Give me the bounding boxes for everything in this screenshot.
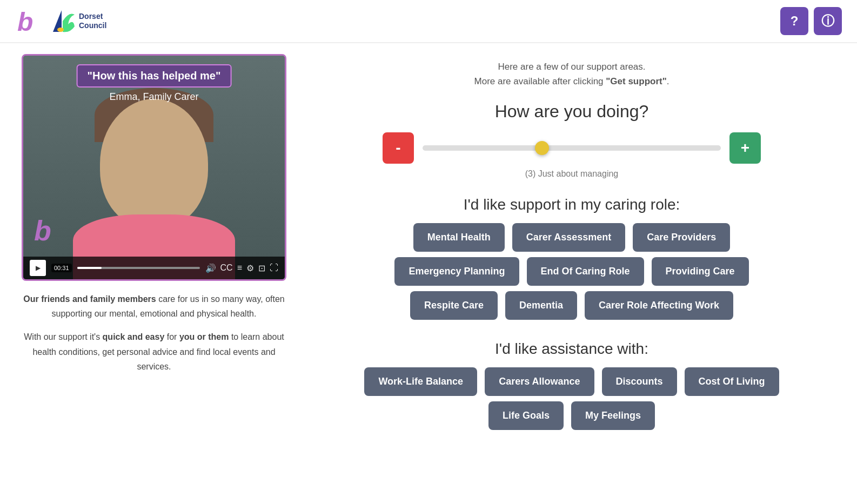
tag-life-goals[interactable]: Life Goals bbox=[488, 401, 564, 430]
tag-emergency-planning[interactable]: Emergency Planning bbox=[394, 257, 519, 286]
dorset-text: Dorset Council bbox=[79, 12, 106, 30]
assistance-title: I'd like assistance with: bbox=[350, 340, 793, 358]
header: b Dorset Council ? ⓘ bbox=[0, 0, 857, 43]
right-column: Here are a few of our support areas. Mor… bbox=[308, 54, 835, 451]
video-quote-overlay: "How this has helped me" bbox=[77, 64, 232, 88]
support-hint-line2: More are available after clicking "Get s… bbox=[474, 74, 669, 89]
video-progress-fill bbox=[77, 267, 102, 269]
description-middle2: for bbox=[164, 332, 179, 341]
support-hint-line1: Here are a few of our support areas. bbox=[474, 59, 669, 74]
slider-minus-button[interactable]: - bbox=[383, 132, 414, 164]
description-prefix2: With our support it's bbox=[24, 332, 102, 341]
tag-providing-care[interactable]: Providing Care bbox=[652, 257, 749, 286]
tag-care-providers[interactable]: Care Providers bbox=[633, 223, 730, 252]
slider-thumb bbox=[535, 141, 549, 155]
support-hint-text: Here are a few of our support areas. Mor… bbox=[474, 59, 669, 89]
tag-work-life-balance[interactable]: Work-Life Balance bbox=[364, 367, 477, 396]
description-bold1: Our friends and family members bbox=[23, 294, 156, 304]
dorset-council-logo: Dorset Council bbox=[52, 9, 106, 33]
support-hint-prefix: More are available after clicking bbox=[474, 76, 606, 86]
description-bold2a: quick and easy bbox=[103, 332, 165, 341]
description-para1: Our friends and family members care for … bbox=[22, 292, 286, 321]
wellbeing-slider-section: How are you doing? - + (3) Just about ma… bbox=[383, 102, 761, 179]
slider-track bbox=[423, 145, 721, 151]
caring-role-tags-row1: Mental Health Carer Assessment Care Prov… bbox=[350, 223, 793, 252]
transcript-icon[interactable]: ≡ bbox=[237, 263, 242, 273]
svg-text:b: b bbox=[17, 8, 33, 35]
slider-row: - + bbox=[383, 132, 761, 164]
tag-carers-allowance[interactable]: Carers Allowance bbox=[485, 367, 594, 396]
slider-title: How are you doing? bbox=[383, 102, 761, 122]
caring-role-section: I'd like support in my caring role: Ment… bbox=[350, 196, 793, 325]
tag-dementia[interactable]: Dementia bbox=[505, 291, 577, 320]
support-hint-link: "Get support" bbox=[606, 76, 666, 86]
tag-carer-assessment[interactable]: Carer Assessment bbox=[512, 223, 625, 252]
tag-discounts[interactable]: Discounts bbox=[602, 367, 677, 396]
tag-mental-health[interactable]: Mental Health bbox=[413, 223, 505, 252]
tag-my-feelings[interactable]: My Feelings bbox=[571, 401, 655, 430]
theater-icon[interactable]: ⊡ bbox=[258, 263, 265, 273]
fullscreen-icon[interactable]: ⛶ bbox=[270, 263, 278, 273]
header-actions: ? ⓘ bbox=[780, 7, 842, 35]
video-watermark: b bbox=[34, 214, 51, 247]
assistance-section: I'd like assistance with: Work-Life Bala… bbox=[350, 340, 793, 435]
help-button[interactable]: ? bbox=[780, 7, 808, 35]
slider-plus-button[interactable]: + bbox=[729, 132, 761, 164]
assistance-tags-row2: Life Goals My Feelings bbox=[350, 401, 793, 430]
caring-role-tags-row3: Respite Care Dementia Carer Role Affecti… bbox=[350, 291, 793, 320]
main-content: "How this has helped me" Emma, Family Ca… bbox=[0, 43, 857, 461]
cc-icon[interactable]: CC bbox=[220, 263, 233, 273]
support-hint-suffix: . bbox=[667, 76, 669, 86]
info-button[interactable]: ⓘ bbox=[814, 7, 842, 35]
person-face bbox=[100, 99, 208, 229]
slider-track-wrapper[interactable] bbox=[423, 132, 721, 164]
svg-point-3 bbox=[57, 28, 64, 32]
video-description: Our friends and family members care for … bbox=[22, 292, 286, 374]
slider-value-label: (3) Just about managing bbox=[383, 169, 761, 179]
video-progress-bar[interactable] bbox=[77, 267, 200, 269]
play-button[interactable]: ▶ bbox=[30, 260, 46, 276]
video-controls-bar: ▶ 00:31 🔊 CC ≡ ⚙ ⊡ ⛶ bbox=[23, 257, 285, 279]
caring-role-tags-row2: Emergency Planning End Of Caring Role Pr… bbox=[350, 257, 793, 286]
volume-icon[interactable]: 🔊 bbox=[205, 263, 216, 273]
tag-end-of-caring-role[interactable]: End Of Caring Role bbox=[527, 257, 644, 286]
video-control-icons: 🔊 CC ≡ ⚙ ⊡ ⛶ bbox=[205, 263, 278, 273]
header-logos: b Dorset Council bbox=[15, 7, 106, 35]
video-background bbox=[23, 56, 285, 279]
description-para2: With our support it's quick and easy for… bbox=[22, 330, 286, 374]
tag-carer-role-affecting-work[interactable]: Carer Role Affecting Work bbox=[585, 291, 733, 320]
video-container: "How this has helped me" Emma, Family Ca… bbox=[22, 54, 286, 281]
caring-role-title: I'd like support in my caring role: bbox=[350, 196, 793, 213]
description-bold2b: you or them bbox=[179, 332, 229, 341]
left-column: "How this has helped me" Emma, Family Ca… bbox=[22, 54, 286, 451]
video-time: 00:31 bbox=[51, 264, 72, 272]
assistance-tags-row1: Work-Life Balance Carers Allowance Disco… bbox=[350, 367, 793, 396]
settings-icon[interactable]: ⚙ bbox=[246, 263, 254, 273]
brand-logo: b bbox=[15, 7, 43, 35]
tag-respite-care[interactable]: Respite Care bbox=[410, 291, 498, 320]
tag-cost-of-living[interactable]: Cost Of Living bbox=[685, 367, 779, 396]
video-subtitle: Emma, Family Carer bbox=[109, 91, 198, 103]
